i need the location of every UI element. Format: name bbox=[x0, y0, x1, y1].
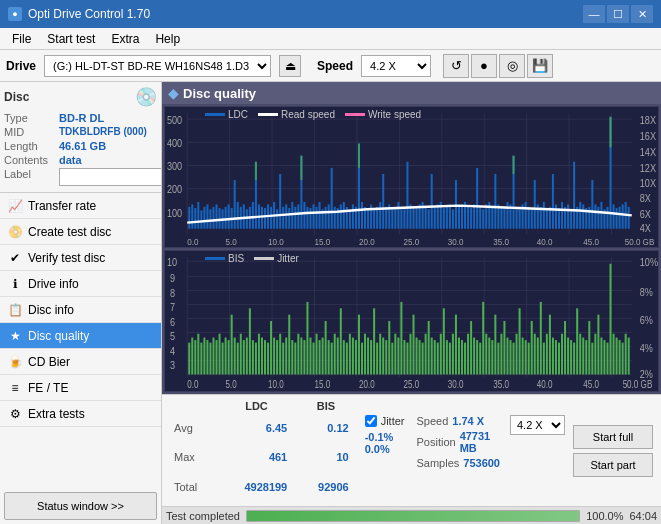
svg-rect-323 bbox=[449, 343, 451, 375]
disc-info-icon: 📋 bbox=[8, 303, 22, 317]
svg-rect-280 bbox=[319, 340, 321, 374]
sidebar-item-create-test-disc[interactable]: 📀 Create test disc bbox=[0, 219, 161, 245]
svg-rect-136 bbox=[476, 168, 478, 229]
svg-rect-344 bbox=[513, 343, 515, 375]
svg-rect-366 bbox=[579, 334, 581, 375]
minimize-button[interactable]: — bbox=[583, 5, 605, 23]
drive-bar: Drive (G:) HL-DT-ST BD-RE WH16NS48 1.D3 … bbox=[0, 50, 661, 82]
record-button[interactable]: ● bbox=[471, 54, 497, 78]
svg-rect-46 bbox=[203, 207, 205, 229]
menu-start-test[interactable]: Start test bbox=[39, 30, 103, 48]
disc-icon: 💿 bbox=[135, 86, 157, 108]
svg-rect-310 bbox=[409, 334, 411, 375]
svg-rect-135 bbox=[473, 204, 475, 228]
svg-text:9: 9 bbox=[170, 272, 175, 284]
sidebar-item-fe-te[interactable]: ≡ FE / TE bbox=[0, 375, 161, 401]
menu-help[interactable]: Help bbox=[147, 30, 188, 48]
jitter-checkbox-row: Jitter bbox=[365, 415, 405, 427]
jitter-legend-item: Jitter bbox=[254, 253, 299, 264]
svg-rect-175 bbox=[594, 204, 596, 228]
svg-rect-306 bbox=[397, 338, 399, 375]
eject-button[interactable]: ⏏ bbox=[279, 55, 301, 77]
svg-rect-311 bbox=[413, 315, 415, 375]
avg-speed: 1.74 X bbox=[452, 415, 484, 427]
svg-rect-76 bbox=[294, 207, 296, 229]
svg-text:5: 5 bbox=[170, 330, 175, 342]
max-jitter: 0.0% bbox=[365, 443, 405, 455]
svg-rect-57 bbox=[237, 202, 239, 229]
menu-extra[interactable]: Extra bbox=[103, 30, 147, 48]
sidebar-item-extra-tests[interactable]: ⚙ Extra tests bbox=[0, 401, 161, 427]
svg-rect-131 bbox=[461, 204, 463, 228]
sidebar-item-disc-info[interactable]: 📋 Disc info bbox=[0, 297, 161, 323]
svg-rect-129 bbox=[455, 180, 457, 229]
svg-rect-302 bbox=[385, 340, 387, 374]
svg-rect-179 bbox=[606, 207, 608, 229]
svg-rect-91 bbox=[340, 204, 342, 228]
svg-rect-72 bbox=[282, 207, 284, 229]
svg-rect-372 bbox=[597, 315, 599, 375]
svg-rect-79 bbox=[303, 202, 305, 229]
sidebar-item-verify-test-disc[interactable]: ✔ Verify test disc bbox=[0, 245, 161, 271]
start-part-button[interactable]: Start part bbox=[573, 453, 653, 477]
svg-rect-334 bbox=[482, 302, 484, 375]
svg-rect-86 bbox=[325, 207, 327, 229]
label-input[interactable] bbox=[59, 168, 162, 186]
svg-text:300: 300 bbox=[167, 161, 183, 173]
svg-rect-54 bbox=[228, 204, 230, 228]
sidebar-item-cd-bier[interactable]: 🍺 CD Bier bbox=[0, 349, 161, 375]
status-window-button[interactable]: Status window >> bbox=[4, 492, 157, 520]
svg-rect-87 bbox=[328, 204, 330, 228]
svg-rect-282 bbox=[325, 321, 327, 374]
svg-rect-288 bbox=[343, 340, 345, 374]
svg-rect-130 bbox=[458, 207, 460, 229]
speed-select[interactable]: 4.2 X bbox=[361, 55, 431, 77]
close-button[interactable]: ✕ bbox=[631, 5, 653, 23]
svg-rect-300 bbox=[379, 334, 381, 375]
menu-file[interactable]: File bbox=[4, 30, 39, 48]
position-row: Position 47731 MB bbox=[416, 430, 500, 454]
svg-rect-347 bbox=[522, 338, 524, 375]
svg-rect-245 bbox=[212, 338, 214, 375]
svg-rect-322 bbox=[446, 340, 448, 374]
chart-header: ◆ Disc quality bbox=[162, 82, 661, 104]
sidebar-item-transfer-rate[interactable]: 📈 Transfer rate bbox=[0, 193, 161, 219]
svg-rect-276 bbox=[306, 302, 308, 375]
svg-rect-65 bbox=[261, 207, 263, 229]
svg-rect-100 bbox=[367, 208, 369, 229]
svg-rect-187 bbox=[255, 162, 257, 180]
svg-rect-365 bbox=[576, 308, 578, 374]
svg-rect-289 bbox=[346, 343, 348, 375]
label-input-row: ✏ bbox=[59, 168, 162, 186]
svg-rect-379 bbox=[619, 340, 621, 374]
svg-text:15.0: 15.0 bbox=[315, 380, 331, 391]
svg-text:45.0: 45.0 bbox=[583, 380, 599, 391]
svg-rect-166 bbox=[567, 204, 569, 228]
refresh-button[interactable]: ↺ bbox=[443, 54, 469, 78]
svg-rect-270 bbox=[288, 315, 290, 375]
svg-rect-272 bbox=[294, 343, 296, 375]
svg-rect-81 bbox=[309, 208, 311, 229]
sidebar-item-disc-quality[interactable]: ★ Disc quality bbox=[0, 323, 161, 349]
sidebar-item-drive-info[interactable]: ℹ Drive info bbox=[0, 271, 161, 297]
svg-rect-237 bbox=[188, 343, 190, 375]
svg-rect-181 bbox=[613, 204, 615, 228]
svg-rect-327 bbox=[461, 340, 463, 374]
start-full-button[interactable]: Start full bbox=[573, 425, 653, 449]
disc-button[interactable]: ◎ bbox=[499, 54, 525, 78]
svg-text:20.0: 20.0 bbox=[359, 236, 375, 247]
save-button[interactable]: 💾 bbox=[527, 54, 553, 78]
sidebar-item-label: Create test disc bbox=[28, 225, 111, 239]
svg-rect-340 bbox=[500, 334, 502, 375]
svg-text:8: 8 bbox=[170, 287, 175, 299]
speed-dropdown[interactable]: 4.2 X bbox=[510, 415, 565, 435]
svg-rect-299 bbox=[376, 343, 378, 375]
disc-label-row: Label ✏ bbox=[4, 168, 157, 186]
jitter-checkbox[interactable] bbox=[365, 415, 377, 427]
svg-text:50.0 GB: 50.0 GB bbox=[623, 380, 653, 391]
maximize-button[interactable]: ☐ bbox=[607, 5, 629, 23]
drive-select[interactable]: (G:) HL-DT-ST BD-RE WH16NS48 1.D3 bbox=[44, 55, 271, 77]
svg-rect-121 bbox=[431, 174, 433, 229]
disc-section: Disc 💿 Type BD-R DL MID TDKBLDRFB (000) … bbox=[0, 82, 161, 193]
svg-rect-313 bbox=[419, 340, 421, 374]
